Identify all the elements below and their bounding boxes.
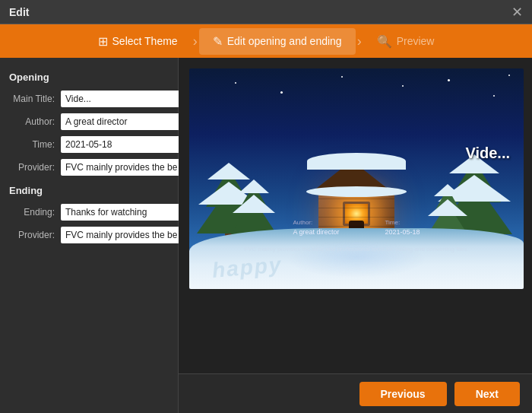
- left-panel: Opening Main Title: Author: Time: Provid…: [0, 58, 179, 413]
- time-label: Time:: [9, 139, 61, 150]
- provider-ending-row: Provider:: [9, 227, 169, 243]
- edit-icon: ✎: [213, 34, 223, 49]
- provider-opening-label: Provider:: [9, 162, 61, 173]
- tab-separator-1: ›: [192, 33, 199, 49]
- tab-preview-label: Preview: [397, 35, 435, 47]
- snow-path: [277, 241, 436, 278]
- tab-edit-opening[interactable]: ✎ Edit opening and ending: [199, 28, 356, 55]
- time-input[interactable]: [61, 136, 184, 153]
- ending-row: Ending:: [9, 204, 169, 221]
- star-2: [280, 91, 283, 94]
- right-panel: happy Vide... Author: A great director T…: [179, 58, 532, 413]
- dialog-title: Edit: [9, 6, 29, 18]
- main-content: Opening Main Title: Author: Time: Provid…: [0, 58, 532, 413]
- star-4: [402, 85, 404, 87]
- main-title-label: Main Title:: [9, 94, 61, 104]
- tab-bar: ⊞ Select Theme › ✎ Edit opening and endi…: [0, 24, 532, 58]
- tab-select-theme[interactable]: ⊞ Select Theme: [84, 28, 192, 55]
- star-5: [448, 79, 450, 81]
- provider-ending-input[interactable]: [61, 227, 184, 243]
- provider-ending-label: Provider:: [9, 230, 61, 240]
- tab-separator-2: ›: [356, 33, 363, 49]
- theme-icon: ⊞: [98, 34, 108, 49]
- bottom-bar: Previous Next: [179, 373, 532, 413]
- provider-opening-input[interactable]: [61, 159, 184, 176]
- next-button[interactable]: Next: [454, 382, 520, 406]
- opening-section-label: Opening: [9, 71, 169, 83]
- star-1: [235, 82, 236, 84]
- tab-select-theme-label: Select Theme: [112, 35, 178, 47]
- tab-edit-label: Edit opening and ending: [227, 35, 342, 47]
- star-3: [341, 76, 343, 78]
- time-row: Time:: [9, 136, 169, 153]
- star-7: [508, 75, 510, 76]
- author-label: Author:: [9, 116, 61, 127]
- close-button[interactable]: ✕: [511, 5, 523, 19]
- preview-icon: 🔍: [377, 34, 392, 49]
- ending-section-label: Ending: [9, 185, 169, 196]
- tab-preview[interactable]: 🔍 Preview: [363, 28, 448, 55]
- author-input[interactable]: [61, 113, 184, 130]
- star-6: [493, 95, 495, 97]
- ending-input[interactable]: [61, 204, 184, 221]
- ending-section: Ending Ending: Provider:: [9, 185, 169, 243]
- main-title-row: Main Title:: [9, 91, 169, 107]
- title-bar: Edit ✕: [0, 0, 532, 24]
- provider-opening-row: Provider:: [9, 159, 169, 176]
- author-row: Author:: [9, 113, 169, 130]
- main-title-input[interactable]: [61, 91, 184, 107]
- preview-scene: happy Vide... Author: A great director T…: [189, 68, 524, 289]
- ending-label: Ending:: [9, 207, 61, 218]
- previous-button[interactable]: Previous: [359, 382, 447, 406]
